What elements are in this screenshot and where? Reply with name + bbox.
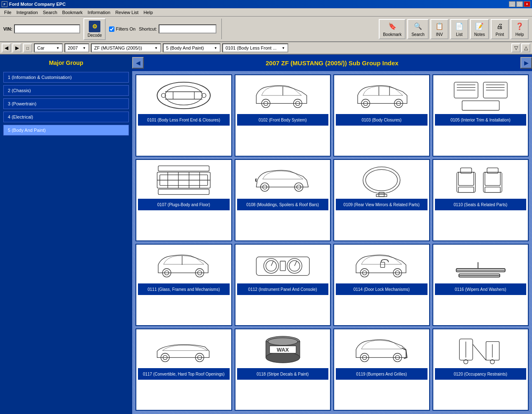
close-button[interactable]: × bbox=[524, 1, 530, 7]
nav-bar: ◀ ▶ □ Car ▼ 2007 ▼ ZF (MUSTANG (2005/)) … bbox=[0, 42, 532, 55]
grid-item-0101[interactable]: 0101 (Body Less Front End & Closures) bbox=[135, 74, 232, 157]
content-area: ◀ 2007 ZF (MUSTANG (2005/)) Sub Group In… bbox=[132, 55, 532, 414]
grid-item-0110[interactable]: 0110 (Seats & Related Parts) bbox=[432, 159, 529, 241]
nav-back-button[interactable]: ◀ bbox=[2, 43, 11, 52]
grid-item-0109-label: 0109 (Rear View Mirrors & Related Parts) bbox=[336, 199, 428, 210]
grid-item-0103-image bbox=[336, 77, 428, 114]
nav-car-dropdown[interactable]: Car ▼ bbox=[34, 43, 63, 52]
nav-model-arrow: ▼ bbox=[154, 46, 158, 50]
grid-item-0116-label: 0116 (Wipers And Washers) bbox=[435, 283, 527, 295]
svg-line-64 bbox=[294, 261, 297, 266]
svg-rect-35 bbox=[158, 166, 209, 171]
filters-checkbox[interactable] bbox=[109, 26, 114, 32]
nav-model-dropdown[interactable]: ZF (MUSTANG (2005/)) ▼ bbox=[91, 43, 161, 52]
menu-help[interactable]: Help bbox=[141, 9, 155, 16]
menu-search[interactable]: Search bbox=[40, 9, 60, 16]
svg-rect-49 bbox=[485, 172, 500, 186]
list-button[interactable]: 📄 List bbox=[450, 19, 468, 39]
minimize-button[interactable]: _ bbox=[509, 1, 515, 7]
svg-rect-48 bbox=[483, 172, 502, 193]
vin-input[interactable] bbox=[14, 24, 80, 33]
grid-item-0102-image bbox=[237, 77, 329, 114]
content-next-button[interactable]: ▶ bbox=[520, 57, 532, 69]
decode-button[interactable]: ⚙ Decode bbox=[83, 18, 106, 40]
nav-down-button[interactable]: △ bbox=[521, 43, 530, 52]
grid-item-0109[interactable]: 0109 (Rear View Mirrors & Related Parts) bbox=[333, 159, 430, 241]
svg-rect-70 bbox=[380, 262, 385, 268]
sidebar-item-5[interactable]: 5 (Body And Paint) bbox=[3, 125, 129, 136]
shortcut-input[interactable] bbox=[159, 24, 216, 33]
svg-rect-58 bbox=[256, 257, 309, 276]
restore-button[interactable]: □ bbox=[516, 1, 523, 7]
grid-item-0105-image bbox=[435, 77, 527, 114]
svg-point-83 bbox=[268, 338, 297, 345]
bookmark-label: Bookmark bbox=[383, 32, 401, 37]
grid-item-0116[interactable]: 0116 (Wipers And Washers) bbox=[432, 244, 529, 326]
nav-subgroup-value: 0101 (Body Less Front ... bbox=[226, 45, 277, 50]
nav-group-value: 5 (Body And Paint) bbox=[166, 45, 204, 50]
grid-item-0120-image bbox=[435, 331, 527, 368]
inv-button[interactable]: 📋 INV bbox=[430, 19, 449, 39]
grid-item-0120[interactable]: 0120 (Occupancy Restraints) bbox=[432, 328, 529, 411]
nav-stop-button[interactable]: □ bbox=[23, 43, 32, 52]
nav-group-arrow: ▼ bbox=[214, 46, 217, 50]
toolbar-separator bbox=[221, 19, 222, 39]
sidebar-item-2[interactable]: 2 (Chassis) bbox=[3, 85, 129, 96]
nav-up-button[interactable]: ▽ bbox=[511, 43, 520, 52]
menu-integration[interactable]: Integration bbox=[14, 9, 40, 16]
grid-item-0111[interactable]: 0111 (Glass, Frames and Mechanisms) bbox=[135, 244, 232, 326]
inv-label: INV bbox=[436, 32, 443, 37]
grid-item-0118[interactable]: WAX 0118 (Stripe Decals & Paint) bbox=[235, 328, 331, 411]
menu-bookmark[interactable]: Bookmark bbox=[60, 9, 86, 16]
content-prev-button[interactable]: ◀ bbox=[132, 57, 144, 69]
svg-rect-52 bbox=[487, 168, 498, 173]
nav-forward-button[interactable]: ▶ bbox=[12, 43, 21, 52]
app-icon: F bbox=[2, 1, 7, 7]
grid-item-0107[interactable]: 0107 (Plugs-Body and Floor) bbox=[135, 159, 232, 241]
help-icon: ❓ bbox=[515, 21, 525, 31]
toolbar-buttons: 🔖 Bookmark 🔍 Search 📋 INV 📄 List 📝 Notes… bbox=[379, 19, 529, 39]
svg-rect-47 bbox=[458, 187, 473, 193]
grid-item-0119-image bbox=[336, 331, 428, 368]
grid-item-0110-image bbox=[435, 162, 527, 199]
nav-group-dropdown[interactable]: 5 (Body And Paint) ▼ bbox=[163, 43, 221, 52]
grid-item-0108-image bbox=[237, 162, 329, 199]
app-title: Ford Motor Company EPC bbox=[9, 2, 66, 7]
menu-reviewlist[interactable]: Review List bbox=[113, 9, 141, 16]
svg-rect-36 bbox=[158, 189, 209, 195]
menu-information[interactable]: Information bbox=[85, 9, 113, 16]
grid-item-0103[interactable]: 0103 (Body Closures) bbox=[333, 74, 430, 157]
grid-item-0102[interactable]: 0102 (Front Body System) bbox=[235, 74, 331, 157]
nav-subgroup-dropdown[interactable]: 0101 (Body Less Front ... ▼ bbox=[222, 43, 288, 52]
print-button[interactable]: 🖨 Print bbox=[491, 19, 509, 39]
grid-item-0108[interactable]: 0108 (Mouldings, Spoilers & Roof Bars) bbox=[235, 159, 331, 241]
bookmark-button[interactable]: 🔖 Bookmark bbox=[379, 19, 406, 39]
svg-rect-21 bbox=[462, 101, 499, 110]
search-button[interactable]: 🔍 Search bbox=[407, 19, 429, 39]
sidebar-item-4[interactable]: 4 (Electrical) bbox=[3, 112, 129, 122]
grid-item-0107-image bbox=[138, 162, 230, 199]
nav-year-dropdown[interactable]: 2007 ▼ bbox=[64, 43, 89, 52]
svg-point-41 bbox=[363, 167, 400, 193]
watermark: www.epcatalogs.com bbox=[442, 400, 525, 410]
svg-point-60 bbox=[266, 261, 276, 271]
grid-item-0120-label: 0120 (Occupancy Restraints) bbox=[435, 368, 527, 380]
svg-rect-50 bbox=[485, 187, 500, 193]
grid-item-0108-label: 0108 (Mouldings, Spoilers & Roof Bars) bbox=[237, 199, 329, 210]
list-label: List bbox=[456, 32, 463, 37]
menu-file[interactable]: File bbox=[2, 9, 14, 16]
grid-item-0114[interactable]: 0114 (Door Lock Mechanisms) bbox=[333, 244, 430, 326]
grid-item-0112-label: 0112 (Instrument Panel And Console) bbox=[237, 283, 329, 295]
sidebar-item-1[interactable]: 1 (Information & Customisation) bbox=[3, 72, 129, 83]
svg-text:WAX: WAX bbox=[277, 347, 289, 353]
grid-item-0105[interactable]: 0105 (Interior Trim & Installation) bbox=[432, 74, 529, 157]
help-button[interactable]: ❓ Help bbox=[511, 19, 529, 39]
svg-point-82 bbox=[266, 352, 299, 363]
sidebar-item-3[interactable]: 3 (Powertrain) bbox=[3, 98, 129, 109]
grid-item-0117[interactable]: 0117 (Convertible, Hard Top Roof Opening… bbox=[135, 328, 232, 411]
svg-rect-44 bbox=[376, 195, 387, 197]
grid-item-0112[interactable]: 0112 (Instrument Panel And Console) bbox=[235, 244, 331, 326]
notes-button[interactable]: 📝 Notes bbox=[470, 19, 489, 39]
title-bar: F Ford Motor Company EPC _ □ × bbox=[0, 0, 532, 8]
grid-item-0119[interactable]: 0119 (Bumpers And Grilles) bbox=[333, 328, 430, 411]
